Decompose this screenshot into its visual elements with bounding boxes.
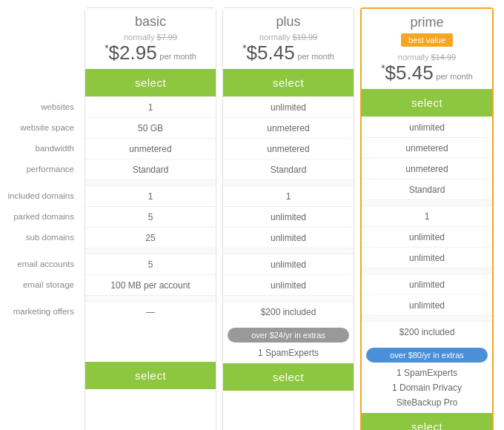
best-value-badge: best value: [401, 33, 453, 47]
plus-extras-badge: over $24/yr in extras: [228, 328, 349, 343]
plan-basic: basic normally $7.99 *$2.95 per month se…: [84, 7, 216, 430]
basic-select-top[interactable]: select: [85, 69, 216, 96]
prime-body: unlimited unmetered unmetered Standard 1…: [362, 116, 492, 342]
label-website-space: website space: [0, 117, 82, 138]
plus-gap1: [223, 179, 354, 185]
prime-websites: unlimited: [362, 116, 492, 137]
basic-gap2: [85, 248, 216, 254]
label-included-domains: included domains: [0, 185, 82, 206]
basic-website-space: 50 GB: [85, 117, 216, 138]
prime-included-domains: 1: [362, 205, 492, 226]
prime-select-top[interactable]: select: [362, 89, 492, 116]
label-bandwidth: bandwidth: [0, 138, 82, 159]
plus-gap2: [223, 248, 354, 254]
prime-performance: Standard: [362, 179, 492, 199]
prime-parked-domains: unlimited: [362, 226, 492, 247]
plan-prime: prime best value normally $14.99 *$5.45 …: [360, 7, 494, 430]
plan-plus: plus normally $10.99 *$5.45 per month se…: [222, 7, 354, 430]
prime-normally: normally $14.99: [366, 53, 488, 62]
basic-parked-domains: 5: [85, 206, 216, 227]
prime-sub-domains: unlimited: [362, 247, 492, 268]
prime-select-bottom[interactable]: select: [362, 413, 492, 430]
basic-gap1: [85, 179, 216, 185]
basic-price: *$2.95 per month: [90, 42, 211, 64]
prime-email-storage: unlimited: [362, 294, 492, 315]
prime-name: prime: [366, 15, 488, 30]
plus-header: plus normally $10.99 *$5.45 per month: [223, 8, 354, 69]
plus-email-storage: unlimited: [223, 274, 354, 295]
prime-bandwidth: unmetered: [362, 158, 492, 179]
plus-performance: Standard: [223, 159, 354, 179]
plus-marketing: $200 included: [223, 301, 354, 322]
plus-website-space: unmetered: [223, 117, 354, 138]
plus-normally: normally $10.99: [228, 33, 349, 42]
label-marketing-offers: marketing offers: [0, 301, 82, 322]
plus-name: plus: [228, 14, 349, 30]
prime-header: prime best value normally $14.99 *$5.45 …: [362, 9, 492, 89]
plus-bandwidth: unmetered: [223, 138, 354, 159]
prime-gap1: [362, 199, 492, 205]
plus-price: *$5.45 per month: [228, 42, 349, 64]
plus-select-bottom[interactable]: select: [223, 363, 354, 391]
plus-body: unlimited unmetered unmetered Standard 1…: [223, 96, 354, 322]
basic-email-accounts: 5: [85, 254, 216, 274]
prime-extras-2: SiteBackup Pro: [362, 395, 492, 410]
prime-extras-0: 1 SpamExperts: [362, 366, 492, 380]
label-parked-domains: parked domains: [0, 206, 82, 227]
plus-select-top[interactable]: select: [223, 69, 354, 96]
prime-marketing: $200 included: [362, 321, 492, 342]
plus-email-accounts: unlimited: [223, 254, 354, 274]
plus-websites: unlimited: [223, 96, 354, 117]
basic-marketing: —: [85, 301, 216, 322]
plus-gap3: [223, 295, 354, 301]
label-websites: websites: [0, 96, 82, 117]
basic-sub-domains: 25: [85, 227, 216, 248]
basic-footer: select: [85, 322, 216, 389]
basic-included-domains: 1: [85, 185, 216, 206]
label-performance: performance: [0, 159, 82, 179]
plus-extras-0: 1 SpamExperts: [223, 345, 354, 360]
prime-email-accounts: unlimited: [362, 274, 492, 294]
prime-footer: over $80/yr in extras 1 SpamExperts 1 Do…: [362, 342, 492, 430]
basic-name: basic: [90, 14, 211, 30]
plus-included-domains: 1: [223, 185, 354, 206]
prime-website-space: unmetered: [362, 137, 492, 158]
basic-gap3: [85, 295, 216, 301]
plus-sub-domains: unlimited: [223, 227, 354, 248]
basic-websites: 1: [85, 96, 216, 117]
basic-performance: Standard: [85, 159, 216, 179]
prime-extras-badge: over $80/yr in extras: [366, 348, 488, 363]
basic-normally: normally $7.99: [90, 33, 211, 42]
label-email-storage: email storage: [0, 274, 82, 295]
label-sub-domains: sub domains: [0, 227, 82, 248]
plus-parked-domains: unlimited: [223, 206, 354, 227]
prime-gap2: [362, 268, 492, 274]
basic-select-bottom[interactable]: select: [85, 362, 216, 389]
basic-email-storage: 100 MB per account: [85, 274, 216, 295]
prime-extras-1: 1 Domain Privacy: [362, 380, 492, 395]
prime-gap3: [362, 315, 492, 321]
basic-bandwidth: unmetered: [85, 138, 216, 159]
labels-column: websites website space bandwidth perform…: [0, 0, 82, 322]
plus-footer: over $24/yr in extras 1 SpamExperts sele…: [223, 322, 354, 391]
basic-header: basic normally $7.99 *$2.95 per month: [85, 8, 216, 69]
label-email-accounts: email accounts: [0, 254, 82, 274]
basic-body: 1 50 GB unmetered Standard 1 5 25 5 100 …: [85, 96, 216, 322]
prime-price: *$5.45 per month: [366, 62, 488, 85]
